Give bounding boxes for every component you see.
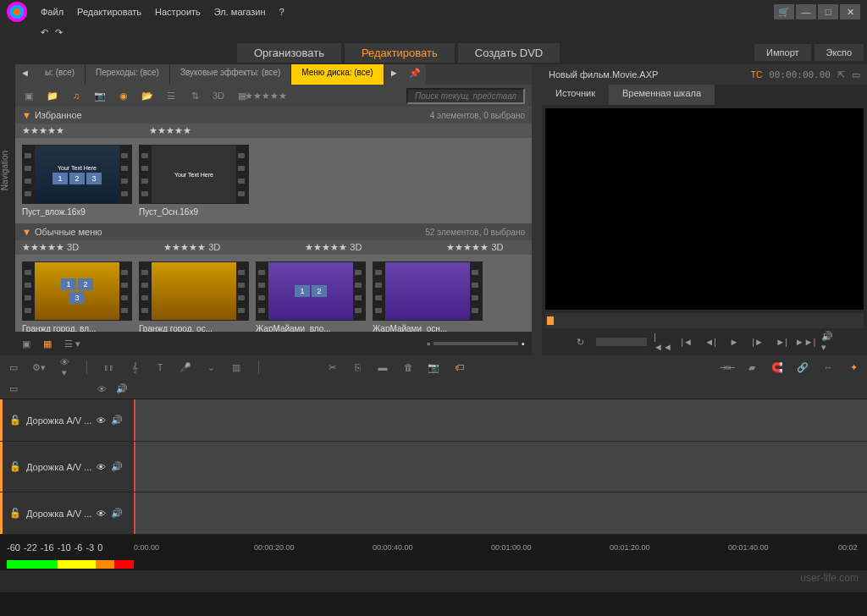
storyboard-icon[interactable]: ▭ [7, 362, 20, 373]
browser-tab-sounds[interactable]: Звуковые эффекты: (все) [170, 64, 291, 85]
eye-icon[interactable]: 👁 [97, 415, 106, 426]
lock-icon[interactable]: 🔓 [9, 461, 21, 472]
section-favorites[interactable]: ▼ Избранное 4 элементов, 0 выбрано [15, 107, 532, 124]
speaker-icon[interactable]: 🔊 [111, 415, 123, 426]
clip-icon[interactable]: ▬ [376, 362, 389, 372]
scrubber[interactable] [545, 313, 864, 328]
zoom-in-icon[interactable]: ▪ [522, 338, 525, 349]
trash-icon[interactable]: 🗑 [401, 362, 415, 372]
tab-next-icon[interactable]: ► [384, 64, 404, 85]
cart-icon[interactable]: 🛒 [774, 4, 794, 19]
import-button[interactable]: Импорт [754, 44, 810, 61]
tab-timeline[interactable]: Временная шкала [609, 85, 715, 105]
eye-icon[interactable]: 👁 [97, 509, 106, 519]
lock-icon[interactable]: 🔓 [9, 415, 21, 426]
jog-wheel[interactable] [596, 338, 647, 346]
thumb-item[interactable]: 12 ЖарМайами_вло... [256, 261, 366, 332]
menu-setup[interactable]: Настроить [155, 7, 201, 17]
speaker-icon[interactable]: 🔊 [111, 461, 123, 472]
next-icon[interactable]: ►| [774, 334, 789, 349]
layers-icon[interactable]: ▣ [22, 338, 30, 349]
tab-source[interactable]: Источник [542, 85, 609, 105]
tab-pin-icon[interactable]: 📌 [404, 64, 426, 85]
prev-icon[interactable]: |◄ [679, 334, 694, 349]
track-content[interactable] [134, 442, 867, 492]
grid-view-icon[interactable]: ▦ [41, 338, 54, 349]
menu-store[interactable]: Эл. магазин [214, 7, 266, 17]
photo-icon[interactable]: 📷 [93, 89, 107, 102]
3d-icon[interactable]: 3D [212, 89, 225, 102]
minimize-icon[interactable]: — [796, 4, 816, 19]
step-back-icon[interactable]: ◄| [703, 334, 718, 349]
gear-icon[interactable]: ⚙▾ [32, 362, 46, 373]
vis-icon[interactable]: 👁 [95, 384, 108, 394]
tab-edit[interactable]: Редактировать [345, 43, 455, 63]
browser-tab-transitions[interactable]: Переходы: (все) [86, 64, 170, 85]
cut-icon[interactable]: ⎘ [351, 362, 364, 372]
loop-icon[interactable]: ↻ [572, 334, 588, 349]
redo-icon[interactable]: ↷ [55, 27, 63, 38]
razor-icon[interactable]: ✂ [325, 362, 339, 373]
section-regular[interactable]: ▼ Обычные меню 52 элементов, 0 выбрано [15, 223, 532, 240]
undo-icon[interactable]: ↶ [41, 27, 48, 38]
menu-file[interactable]: Файл [41, 7, 64, 17]
browser-scrollbar[interactable] [532, 64, 542, 355]
trim-icon[interactable]: ⇥⇤ [720, 362, 733, 373]
search-input[interactable] [406, 88, 525, 104]
track-content[interactable] [134, 399, 867, 441]
track-content[interactable] [134, 492, 867, 534]
music-icon[interactable]: ♫ [69, 89, 83, 102]
open-icon[interactable]: 📂 [141, 89, 154, 102]
thumb-item[interactable]: 123 Гранжд город, вл... [22, 261, 132, 332]
headers-icon[interactable]: ▭ [7, 383, 20, 394]
mic-icon[interactable]: 🎤 [179, 362, 192, 373]
play-icon[interactable]: ► [726, 334, 742, 349]
zoom-slider[interactable] [434, 342, 518, 345]
audio-icon[interactable]: 🔊 [115, 383, 129, 394]
ripple-icon[interactable]: ▰ [745, 362, 759, 373]
goto-end-icon[interactable]: ►►| [798, 334, 813, 349]
rating-icon[interactable]: ★★★★★ [259, 89, 273, 102]
tab-prev-icon[interactable]: ◄ [15, 64, 35, 85]
fx-icon[interactable]: ✦ [847, 362, 860, 373]
treble-icon[interactable]: 𝄞 [128, 362, 141, 373]
magnet-icon[interactable]: 🧲 [770, 362, 784, 373]
eye-icon[interactable]: 👁 [97, 462, 106, 472]
tab-organize[interactable]: Организовать [237, 43, 341, 63]
browser-tab-menu[interactable]: Меню диска: (все) [291, 64, 384, 85]
list-view-icon[interactable]: ☰ ▾ [64, 338, 80, 349]
disc-icon[interactable]: ◉ [117, 89, 130, 102]
title-icon[interactable]: T [153, 362, 167, 372]
thumb-item[interactable]: Your Text Here Пуст_Осн.16x9 [139, 145, 249, 217]
link-icon[interactable]: 🔗 [796, 362, 809, 373]
fullscreen-icon[interactable]: ▭ [852, 69, 860, 80]
thumb-item[interactable]: Гранжд город, ос... [139, 261, 249, 332]
sort-icon[interactable]: ⇅ [188, 89, 202, 102]
browser-tab-all[interactable]: ы: (все) [35, 64, 86, 85]
snapshot-icon[interactable]: 📷 [427, 362, 440, 373]
popout-icon[interactable]: ⇱ [837, 69, 845, 80]
step-fwd-icon[interactable]: |► [750, 334, 765, 349]
split-icon[interactable]: ▥ [229, 362, 243, 373]
help-icon[interactable]: ? [279, 7, 284, 17]
eye-icon[interactable]: 👁▾ [58, 357, 71, 378]
media-icon[interactable]: ▣ [22, 89, 36, 102]
zoom-out-icon[interactable]: ▫ [427, 338, 430, 349]
marker-icon[interactable]: ⌄ [204, 362, 218, 373]
speaker-icon[interactable]: 🔊 [111, 508, 123, 519]
folder-icon[interactable]: 📁 [46, 89, 59, 102]
levels-icon[interactable]: ⫾⫾ [102, 362, 116, 372]
time-ruler[interactable]: -60-22-16-10-6-30 0:00.00 00:00:20.00 00… [0, 535, 867, 560]
menu-edit[interactable]: Редактировать [77, 7, 141, 17]
tab-dvd[interactable]: Создать DVD [458, 43, 560, 63]
maximize-icon[interactable]: □ [818, 4, 838, 19]
goto-start-icon[interactable]: |◄◄ [655, 334, 671, 349]
close-icon[interactable]: ✕ [840, 4, 860, 19]
volume-icon[interactable]: 🔊▾ [821, 334, 837, 349]
thumb-item[interactable]: Your Text Here123 Пуст_влож.16x9 [22, 145, 132, 217]
marker2-icon[interactable]: 🏷 [452, 362, 466, 372]
lock-icon[interactable]: 🔓 [9, 508, 21, 519]
list-icon[interactable]: ☰ [164, 89, 178, 102]
thumb-item[interactable]: ЖарМайами_осн... [373, 261, 483, 332]
sync-icon[interactable]: ↔ [821, 362, 835, 373]
